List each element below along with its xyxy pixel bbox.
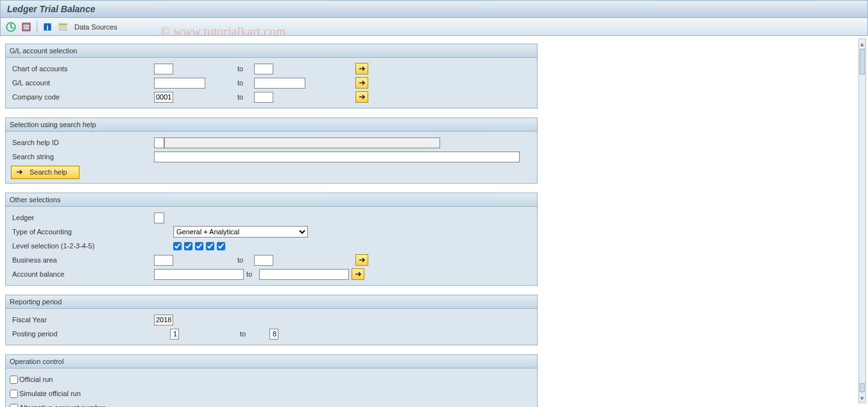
group-operation-control: Operation control Official run Simulate … [5,354,538,407]
svg-rect-7 [58,23,67,25]
scroll-thumb[interactable] [860,49,865,74]
group-reporting-period: Reporting period Fiscal Year Posting per… [5,295,538,345]
account-balance-from[interactable] [154,269,244,280]
level-2-checkbox[interactable] [184,242,192,250]
ledger-input[interactable] [154,212,164,223]
label-ledger: Ledger [10,214,154,221]
multiple-selection-coa-icon[interactable] [355,63,368,74]
label-fiscal-year: Fiscal Year [10,316,154,324]
posting-period-to[interactable] [269,329,278,340]
to-label: to [246,270,257,278]
scroll-thumb-bottom[interactable] [860,383,865,392]
toolbar: i Data Sources [0,18,868,36]
alt-account-checkbox[interactable] [10,404,18,408]
svg-rect-8 [58,26,67,28]
get-variant-icon[interactable] [20,21,33,33]
svg-rect-9 [58,29,67,30]
label-type-accounting: Type of Accounting [10,228,173,236]
simulate-run-checkbox[interactable] [10,390,18,398]
search-help-id-text[interactable] [164,137,440,148]
label-search-string: Search string [10,153,154,160]
company-code-from[interactable] [154,92,173,103]
label-business-area: Business area [10,256,154,264]
label-level-selection: Level selection (1-2-3-4-5) [10,242,173,250]
label-gl-account: G/L account [10,79,154,87]
posting-period-from[interactable] [170,329,179,340]
search-string-input[interactable] [154,152,520,162]
label-posting-period: Posting period [10,330,170,338]
multiple-selection-cc-icon[interactable] [355,91,368,103]
label-chart-of-accounts: Chart of accounts [10,65,154,73]
label-alt-account: Alternative account number [19,404,105,407]
type-accounting-select[interactable]: General + Analytical [173,226,308,238]
level-3-checkbox[interactable] [195,242,203,250]
execute-icon[interactable] [4,21,17,33]
app-title: Ledger Trial Balance [7,4,95,14]
fiscal-year-input[interactable] [154,315,173,325]
group-other: Other selections Ledger Type of Accounti… [5,193,538,286]
to-label: to [237,256,248,264]
toolbar-separator [37,21,37,33]
to-label: to [240,330,250,338]
multiple-selection-gl-icon[interactable] [355,77,368,89]
to-label: to [237,93,248,101]
business-area-to[interactable] [254,255,273,266]
to-label: to [237,79,248,87]
group-title-other: Other selections [6,193,537,207]
level-5-checkbox[interactable] [217,242,225,250]
group-title-period: Reporting period [6,295,537,309]
group-gl-selection: G/L account selection Chart of accounts … [5,44,538,108]
to-label: to [237,65,248,73]
scroll-up-icon[interactable]: ▴ [859,39,865,48]
label-company-code: Company code [10,93,154,101]
vertical-scrollbar[interactable]: ▴ ▾ [858,39,866,403]
level-1-checkbox[interactable] [173,242,182,250]
account-balance-to[interactable] [259,269,349,280]
search-help-button[interactable]: Search help [11,166,80,179]
label-official-run: Official run [19,376,53,383]
dynamic-selections-icon[interactable] [56,21,69,33]
search-help-button-label: Search help [30,168,67,176]
multiple-selection-ab-icon[interactable] [352,268,364,280]
data-sources-button[interactable]: Data Sources [72,22,120,32]
scroll-down-icon[interactable]: ▾ [859,394,865,403]
label-account-balance: Account balance [10,270,154,278]
multiple-selection-ba-icon[interactable] [355,254,368,266]
search-help-id-key[interactable] [154,137,164,148]
business-area-from[interactable] [154,255,173,266]
group-title-search: Selection using search help [6,118,537,132]
svg-text:i: i [46,23,48,31]
label-search-help-id: Search help ID [10,139,154,146]
group-search-help: Selection using search help Search help … [5,117,538,184]
gl-account-to[interactable] [254,78,305,89]
level-4-checkbox[interactable] [206,242,214,250]
selection-options-icon[interactable]: i [41,21,54,33]
group-title-opctrl: Operation control [6,355,537,368]
company-code-to[interactable] [254,92,273,103]
group-title-gl: G/L account selection [6,44,537,58]
title-bar: Ledger Trial Balance [0,0,868,18]
label-simulate-run: Simulate official run [19,390,81,397]
chart-of-accounts-from[interactable] [154,64,173,74]
official-run-checkbox[interactable] [10,376,18,384]
chart-of-accounts-to[interactable] [254,64,273,74]
gl-account-from[interactable] [154,78,205,89]
